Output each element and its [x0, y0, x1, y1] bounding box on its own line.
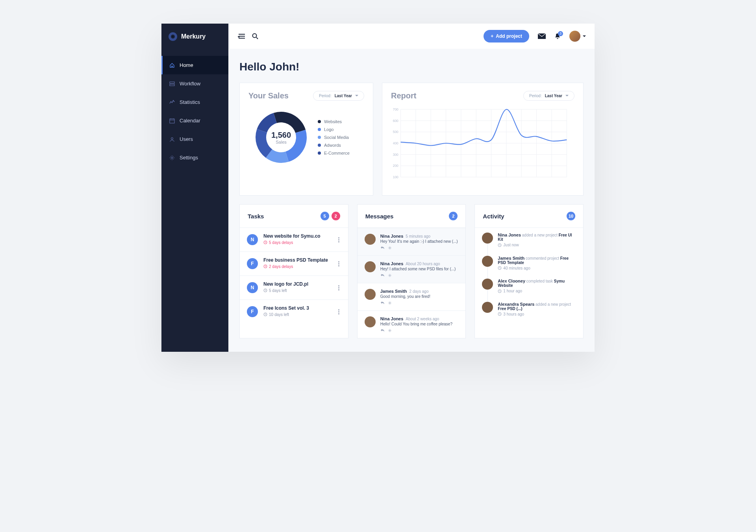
- messages-list: Nina Jones5 minutes ago Hey You! It's me…: [358, 228, 466, 338]
- activity-card-head: Activity 10: [475, 205, 583, 228]
- mail-button[interactable]: [538, 33, 546, 39]
- messages-title: Messages: [365, 213, 394, 220]
- message-row[interactable]: Nina Jones5 minutes ago Hey You! It's me…: [358, 228, 466, 255]
- notifications-button[interactable]: 3: [554, 33, 561, 40]
- activity-avatar: [482, 233, 493, 244]
- sales-card: Your Sales Period: Last Year: [239, 83, 373, 196]
- sales-total-label: Sales: [271, 140, 291, 144]
- activity-user: Nina Jones: [498, 233, 521, 237]
- task-avatar: F: [247, 258, 258, 269]
- bottom-row: Tasks 5 2 N New website for Symu.co 5 da…: [239, 204, 584, 338]
- svg-text:100: 100: [393, 175, 398, 179]
- message-time: 5 minutes ago: [406, 234, 430, 238]
- svg-rect-0: [170, 82, 174, 83]
- svg-rect-1: [170, 84, 174, 86]
- message-actions: [380, 246, 459, 250]
- task-menu-button[interactable]: [337, 236, 341, 244]
- legend-swatch: [318, 128, 321, 131]
- task-title: Free Icons Set vol. 3: [263, 305, 331, 311]
- task-menu-button[interactable]: [337, 284, 341, 292]
- sidebar-item-settings[interactable]: Settings: [161, 148, 228, 167]
- message-avatar: [365, 261, 376, 272]
- svg-text:700: 700: [393, 107, 398, 111]
- task-main: New logo for JCD.pl 5 days left: [263, 281, 331, 294]
- clock-icon: [263, 288, 267, 292]
- reply-icon[interactable]: [380, 301, 385, 305]
- tasks-card-head: Tasks 5 2: [240, 205, 348, 228]
- gear-icon[interactable]: [388, 329, 392, 332]
- task-row[interactable]: N New website for Symu.co 5 days delays: [240, 228, 348, 251]
- tasks-badges: 5 2: [321, 212, 340, 220]
- users-icon: [169, 137, 175, 142]
- message-row[interactable]: Nina JonesAbout 2 weeks ago Hello! Could…: [358, 310, 466, 338]
- message-time: 2 days ago: [410, 289, 429, 294]
- task-avatar: F: [247, 306, 258, 317]
- activity-user: Alexandra Spears: [498, 302, 534, 307]
- sidebar: Merkury HomeWorkflowStatisticsCalendarUs…: [161, 24, 228, 352]
- period-value: Last Year: [545, 94, 562, 98]
- sidebar-item-statistics[interactable]: Statistics: [161, 93, 228, 111]
- sales-card-head: Your Sales Period: Last Year: [248, 91, 364, 101]
- reply-icon[interactable]: [380, 329, 385, 332]
- task-subtitle: 5 days left: [263, 288, 287, 293]
- message-text: Hey! I attached some new PSD files for (…: [380, 267, 459, 271]
- plus-icon: +: [491, 33, 493, 39]
- tasks-list: N New website for Symu.co 5 days delays …: [240, 228, 348, 323]
- task-row[interactable]: F Free business PSD Template 2 days dela…: [240, 251, 348, 275]
- activity-verb: commented project: [526, 256, 560, 260]
- topbar: ◂ + Add project 3: [228, 24, 595, 49]
- activity-list: Nina Jones added a new project Free UI K…: [475, 228, 583, 320]
- activity-user: Alex Clooney: [498, 279, 525, 283]
- collapse-sidebar-button[interactable]: ◂: [237, 34, 245, 39]
- sidebar-item-home[interactable]: Home: [161, 56, 228, 74]
- report-period-select[interactable]: Period: Last Year: [523, 91, 574, 101]
- gear-icon[interactable]: [388, 246, 392, 250]
- task-avatar: N: [247, 282, 258, 293]
- message-row[interactable]: Nina JonesAbout 20 hours ago Hey! I atta…: [358, 255, 466, 283]
- svg-text:200: 200: [393, 164, 398, 168]
- activity-time: 3 hours ago: [498, 312, 524, 316]
- message-time: About 20 hours ago: [406, 262, 440, 266]
- tasks-card: Tasks 5 2 N New website for Symu.co 5 da…: [239, 204, 348, 338]
- svg-point-37: [389, 248, 390, 249]
- timeline-line: [487, 290, 488, 302]
- message-row[interactable]: James Smith2 days ago Good morning, you …: [358, 283, 466, 310]
- chevron-down-icon: [583, 35, 586, 37]
- reply-icon[interactable]: [380, 246, 385, 250]
- period-value: Last Year: [335, 94, 352, 98]
- reply-icon[interactable]: [380, 273, 385, 277]
- task-row[interactable]: N New logo for JCD.pl 5 days left: [240, 275, 348, 299]
- app-window: Merkury HomeWorkflowStatisticsCalendarUs…: [161, 24, 595, 352]
- message-avatar: [365, 316, 376, 327]
- user-menu[interactable]: [569, 31, 586, 42]
- search-button[interactable]: [252, 33, 258, 39]
- topbar-left: ◂: [237, 33, 258, 39]
- add-project-button[interactable]: + Add project: [484, 30, 529, 42]
- legend-item: Websites: [318, 118, 350, 126]
- task-row[interactable]: F Free Icons Set vol. 3 10 days left: [240, 299, 348, 323]
- activity-avatar: [482, 279, 493, 290]
- period-prefix: Period:: [529, 94, 542, 98]
- sidebar-item-calendar[interactable]: Calendar: [161, 111, 228, 130]
- gear-icon[interactable]: [388, 273, 392, 277]
- timeline-line: [487, 267, 488, 279]
- gear-icon[interactable]: [388, 301, 392, 305]
- svg-point-5: [253, 34, 257, 38]
- task-menu-button[interactable]: [337, 308, 341, 316]
- legend-swatch: [318, 120, 321, 123]
- activity-row: Alexandra Spears added a new project Fre…: [475, 297, 583, 320]
- legend-item: Social Media: [318, 133, 350, 141]
- message-sender: James Smith: [380, 289, 407, 294]
- calendar-icon: [169, 118, 175, 124]
- sidebar-item-users[interactable]: Users: [161, 130, 228, 148]
- svg-text:300: 300: [393, 152, 398, 156]
- task-menu-button[interactable]: [337, 260, 341, 268]
- message-sender: Nina Jones: [380, 234, 404, 238]
- activity-time: 40 minutes ago: [498, 266, 530, 270]
- clock-icon: [498, 289, 502, 293]
- content: Hello John! Your Sales Period: Last Year: [228, 49, 595, 352]
- sidebar-item-workflow[interactable]: Workflow: [161, 74, 228, 93]
- legend-label: E-Commerce: [324, 151, 350, 155]
- sidebar-item-label: Settings: [180, 155, 198, 161]
- sales-period-select[interactable]: Period: Last Year: [313, 91, 364, 101]
